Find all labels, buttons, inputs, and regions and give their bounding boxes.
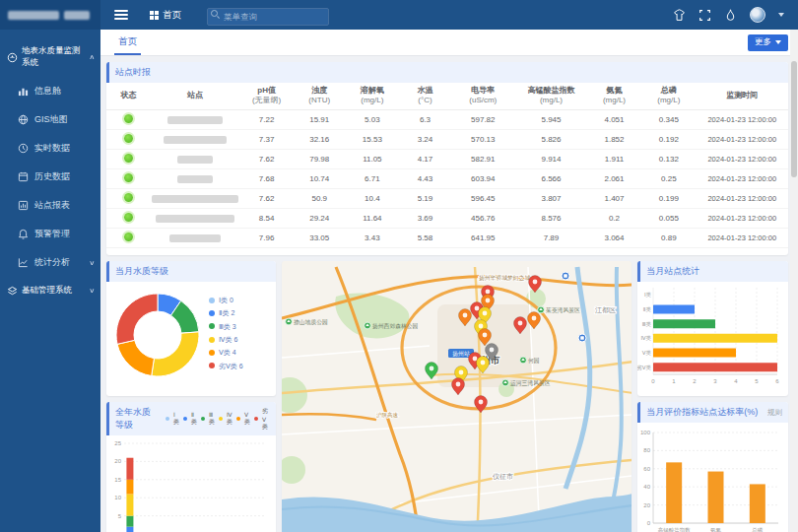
transit-icon[interactable]: [562, 272, 569, 280]
logo-redacted-text: [8, 11, 59, 20]
status-cell: [106, 109, 151, 129]
panel-title-monthly-quality: 当月水质等级: [106, 261, 276, 282]
legend-item[interactable]: Ⅳ类 6: [209, 333, 243, 346]
dashboard-grid: 当月水质等级 Ⅰ类 0Ⅱ类 2Ⅲ类 3Ⅳ类 6Ⅴ类 4劣Ⅴ类 6 全年水质等级 …: [106, 261, 788, 532]
svg-text:100: 100: [640, 430, 651, 435]
svg-text:1: 1: [673, 378, 677, 384]
value-cell: 7.96: [239, 228, 294, 247]
sidebar-group-surface-water-monitoring[interactable]: 地表水质量监测系统∧: [0, 37, 100, 77]
flame-icon[interactable]: [724, 9, 737, 22]
menu-search: [207, 6, 329, 24]
legend-item[interactable]: Ⅴ类 4: [209, 346, 243, 359]
value-cell: 5.826: [515, 129, 587, 149]
sidebar-item-label: GIS地图: [34, 113, 68, 126]
value-cell: 5.945: [515, 109, 587, 129]
fullscreen-icon[interactable]: [698, 9, 711, 22]
legend-item[interactable]: 劣Ⅴ类 6: [209, 360, 243, 372]
table-row[interactable]: 7.6279.9811.054.17582.919.9141.9110.1322…: [106, 149, 788, 168]
sidebar-item-label: 历史数据: [34, 170, 70, 183]
panel-title-yearly-quality: 全年水质等级 Ⅰ类Ⅱ类Ⅲ类Ⅳ类Ⅴ类劣Ⅴ类: [106, 402, 276, 435]
legend-label[interactable]: Ⅳ类: [227, 411, 233, 427]
sidebar-item-statistics-analysis[interactable]: 统计分析∨: [0, 248, 100, 277]
value-cell: 0.25: [641, 168, 696, 188]
theme-icon[interactable]: [673, 9, 686, 22]
legend-item[interactable]: Ⅰ类 0: [209, 294, 243, 306]
sidebar-item-realtime-data[interactable]: 实时数据: [0, 134, 100, 163]
transit-icon[interactable]: [578, 334, 586, 342]
map-label-district: 仪征市: [493, 472, 513, 481]
svg-text:扬州西郊森林公园: 扬州西郊森林公园: [372, 323, 418, 330]
monitor-system-icon: [7, 52, 18, 63]
legend-label[interactable]: 劣Ⅴ类: [262, 407, 270, 432]
sidebar-item-station-report[interactable]: 站点报表: [0, 191, 100, 220]
page-scrollbar[interactable]: [790, 30, 798, 532]
legend-label[interactable]: Ⅲ类: [209, 411, 215, 427]
svg-text:何园: 何园: [528, 358, 540, 365]
table-row[interactable]: 8.5429.2411.643.69456.768.5760.20.055202…: [106, 208, 788, 228]
search-input[interactable]: [207, 8, 329, 26]
status-cell: [106, 188, 151, 208]
chevron-down-icon[interactable]: [778, 13, 784, 17]
legend-dot: [209, 298, 215, 303]
map-panel[interactable]: 扬州市江都区仪征市扬州西郊森林公园捺山地质公园茱萸湾风景区何园运河三湾风景区扬州…: [282, 261, 632, 532]
sidebar-group-basic-management[interactable]: 基础管理系统∨: [0, 277, 100, 304]
table-row[interactable]: 7.6250.910.45.19596.453.8071.4070.199202…: [106, 188, 788, 208]
sidebar-item-history-data[interactable]: 历史数据: [0, 163, 100, 191]
value-cell: 3.69: [400, 208, 451, 228]
chevron-down-icon: ∨: [89, 259, 98, 266]
status-cell: [106, 149, 151, 168]
sidebar-item-label: 站点报表: [34, 199, 70, 212]
sidebar-item-gis-map[interactable]: GIS地图: [0, 105, 100, 134]
legend-label[interactable]: Ⅰ类: [173, 411, 179, 427]
stacked-bar-chart: 0510152025123456789101112: [106, 435, 276, 532]
value-cell: 3.064: [587, 228, 641, 247]
value-cell: 456.76: [450, 208, 515, 228]
user-avatar[interactable]: [750, 7, 765, 23]
table-row[interactable]: 7.6810.746.714.43603.946.5662.0610.25202…: [106, 168, 788, 188]
legend-label[interactable]: Ⅴ类: [244, 411, 250, 427]
time-cell: 2024-01-23 12:00:00: [697, 168, 788, 188]
legend-label: 劣Ⅴ类 6: [219, 360, 243, 372]
column-header: 监测时间: [697, 83, 788, 109]
legend-label[interactable]: Ⅱ类: [191, 411, 197, 427]
more-button[interactable]: 更多: [748, 34, 788, 51]
city-map[interactable]: 扬州市江都区仪征市扬州西郊森林公园捺山地质公园茱萸湾风景区何园运河三湾风景区扬州…: [282, 261, 632, 532]
menu-toggle-icon[interactable]: [114, 10, 128, 20]
legend-item[interactable]: Ⅱ类 2: [209, 306, 243, 319]
sidebar-item-info-hub[interactable]: 信息舱: [0, 77, 100, 105]
info-hub-icon: [18, 86, 29, 97]
panel-title-text: 站点时报: [115, 66, 151, 79]
legend-item[interactable]: Ⅲ类 3: [209, 320, 243, 333]
value-cell: 4.43: [400, 168, 451, 188]
breadcrumb[interactable]: 首页: [150, 9, 181, 22]
status-cell: [106, 168, 151, 188]
more-button-label: 更多: [755, 36, 771, 48]
station-report-panel: 站点时报 状态站点pH值(无量纲)浊度(NTU)溶解氧(mg/L)水温(°C)电…: [106, 62, 788, 255]
tab-home[interactable]: 首页: [114, 30, 141, 55]
sidebar-item-label: 预警管理: [34, 228, 70, 240]
table-row[interactable]: 7.3732.1615.533.24570.135.8261.8520.1922…: [106, 129, 788, 149]
table-row[interactable]: 7.9633.053.435.58641.957.893.0640.892024…: [106, 228, 788, 247]
legend-dot: [201, 417, 205, 421]
scrollbar-thumb[interactable]: [791, 61, 797, 177]
value-cell: 6.71: [345, 168, 399, 188]
value-cell: 5.03: [345, 109, 399, 129]
station-cell: [151, 208, 239, 228]
value-cell: 582.91: [450, 149, 515, 168]
svg-text:40: 40: [644, 484, 651, 490]
sidebar-item-alert-management[interactable]: 预警管理: [0, 220, 100, 248]
value-cell: 1.407: [587, 188, 641, 208]
rules-link[interactable]: 规则: [767, 408, 782, 418]
table-row[interactable]: 7.2215.915.036.3597.825.9454.0510.345202…: [106, 109, 788, 129]
monthly-station-panel: 当月站点统计 0123456Ⅰ类Ⅱ类Ⅲ类Ⅳ类Ⅴ类劣Ⅴ类: [637, 261, 788, 396]
redacted-station-name: [167, 116, 223, 124]
svg-text:0: 0: [652, 378, 656, 384]
left-chart-column: 当月水质等级 Ⅰ类 0Ⅱ类 2Ⅲ类 3Ⅳ类 6Ⅴ类 4劣Ⅴ类 6 全年水质等级 …: [106, 261, 276, 532]
time-cell: 2024-01-23 12:00:00: [697, 109, 788, 129]
svg-text:3: 3: [714, 378, 718, 384]
panel-title-monthly-station: 当月站点统计: [637, 261, 788, 282]
panel-title-text: 全年水质等级: [115, 406, 158, 432]
donut-chart: Ⅰ类 0Ⅱ类 2Ⅲ类 3Ⅳ类 6Ⅴ类 4劣Ⅴ类 6: [106, 282, 276, 384]
value-cell: 8.54: [239, 208, 294, 228]
station-cell: [151, 109, 239, 129]
